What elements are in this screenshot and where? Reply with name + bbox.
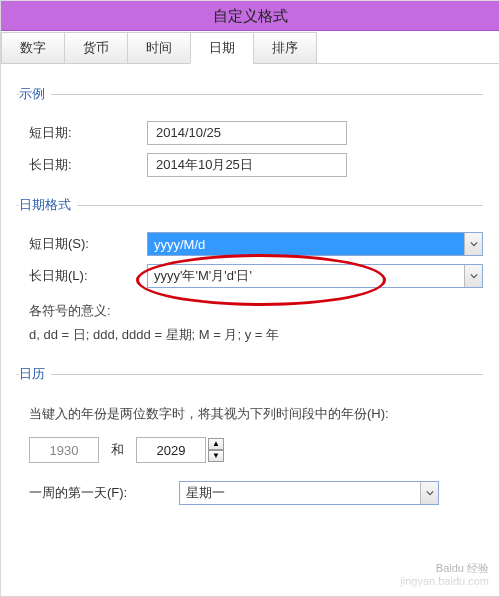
- spinner-down-icon[interactable]: ▼: [208, 450, 224, 462]
- section-calendar: 日历: [17, 374, 483, 393]
- input-short-date-format[interactable]: [147, 232, 483, 256]
- tab-date[interactable]: 日期: [190, 32, 254, 64]
- input-first-day[interactable]: [179, 481, 439, 505]
- tab-sort[interactable]: 排序: [253, 32, 317, 64]
- combo-short-date-format[interactable]: [147, 232, 483, 256]
- legend-example: 示例: [19, 85, 51, 103]
- value-short-date-example: 2014/10/25: [147, 121, 347, 145]
- chevron-down-icon[interactable]: [464, 265, 482, 287]
- spinner-year-to[interactable]: ▲ ▼: [208, 438, 224, 462]
- combo-long-date-format[interactable]: [147, 264, 483, 288]
- watermark: Baidu 经验 jingyan.baidu.com: [400, 562, 489, 588]
- label-first-day: 一周的第一天(F):: [29, 484, 179, 502]
- legend-format: 日期格式: [19, 196, 77, 214]
- tab-currency[interactable]: 货币: [64, 32, 128, 64]
- calendar-two-digit-hint: 当键入的年份是两位数字时，将其视为下列时间段中的年份(H):: [17, 399, 483, 427]
- section-format: 日期格式: [17, 205, 483, 224]
- chevron-down-icon[interactable]: [464, 233, 482, 255]
- section-example: 示例: [17, 94, 483, 113]
- label-short-date-example: 短日期:: [17, 124, 147, 142]
- input-year-to[interactable]: [136, 437, 206, 463]
- combo-first-day[interactable]: [179, 481, 439, 505]
- value-long-date-example: 2014年10月25日: [147, 153, 347, 177]
- label-and: 和: [111, 441, 124, 459]
- label-short-date-format: 短日期(S):: [17, 235, 147, 253]
- window-title: 自定义格式: [1, 1, 499, 31]
- tab-time[interactable]: 时间: [127, 32, 191, 64]
- format-hint-title: 各符号的意义:: [17, 296, 483, 324]
- input-year-from: [29, 437, 99, 463]
- label-long-date-format: 长日期(L):: [17, 267, 147, 285]
- format-hint-body: d, dd = 日; ddd, dddd = 星期; M = 月; y = 年: [17, 324, 483, 348]
- legend-calendar: 日历: [19, 365, 51, 383]
- input-long-date-format[interactable]: [147, 264, 483, 288]
- tab-bar: 数字 货币 时间 日期 排序: [1, 31, 499, 64]
- watermark-url: jingyan.baidu.com: [400, 575, 489, 588]
- watermark-brand: Baidu 经验: [400, 562, 489, 575]
- tab-number[interactable]: 数字: [1, 32, 65, 64]
- label-long-date-example: 长日期:: [17, 156, 147, 174]
- spinner-up-icon[interactable]: ▲: [208, 438, 224, 450]
- chevron-down-icon[interactable]: [420, 482, 438, 504]
